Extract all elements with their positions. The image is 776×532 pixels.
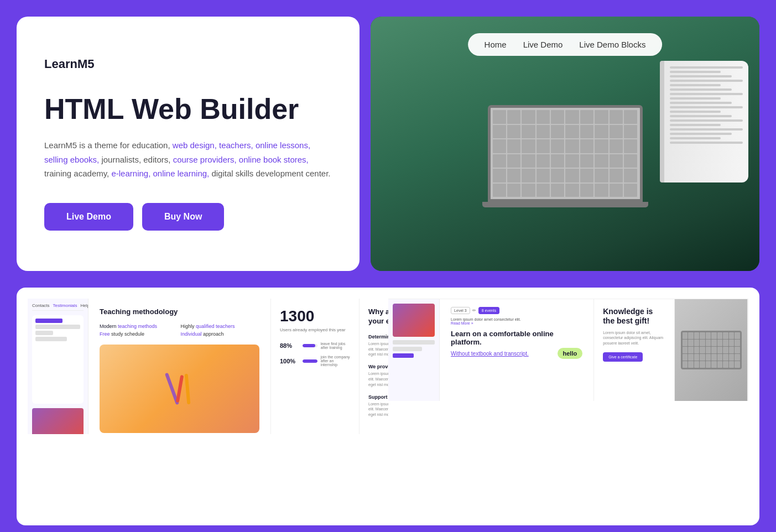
teaching-item-2: Highly qualified teachers [181,324,260,329]
hero-right-card: Home Live Demo Live Demo Blocks [371,17,759,271]
nav-overlay: Home Live Demo Live Demo Blocks [468,33,663,56]
laptop-visual [471,105,659,227]
hero-description: LearnM5 is a theme for education, web de… [44,138,332,181]
book-visual [660,61,748,182]
stat-desc-2: join the company after an internship [321,355,350,367]
logo: LearnM5 [44,57,332,71]
read-more-link[interactable]: Read More » [451,321,473,325]
demo-strip: Contacts Testimonials Help Teaching meth… [17,288,759,525]
block-app-ui: Contacts Testimonials Help [28,299,88,434]
why-item-title-3: Support at the start of a career [368,394,388,400]
lower-online-block: Level 3 ✏ 8 events Lorem ipsum dolor ame… [440,299,594,401]
laptop-screen [488,105,643,202]
stat-pct-1: 88% [280,342,299,349]
block-stats: 1300 Users already employed this year 88… [271,299,360,434]
no-textbook-text: Without textbook and transcript. [451,351,529,357]
stat-subtitle: Users already employed this year [280,327,350,333]
level-badge: Level 3 [451,307,470,314]
teaching-grid: Modern teaching methods Highly qualified… [100,324,259,337]
app-nav-help[interactable]: Help [81,303,88,308]
lower-knowledge-block: Knowledge is the best gift! Lorem ipsum … [594,299,675,401]
hero-buttons: Live Demo Buy Now [44,203,332,231]
teaching-title: Teaching methodology [100,307,259,316]
stat-number: 1300 [280,307,350,325]
level-info: Level 3 ✏ 8 events Lorem ipsum dolor ame… [451,307,520,325]
knowledge-text: Lorem ipsum dolor sit amet, consectetur … [603,330,665,346]
laptop-base [482,202,648,207]
block-teaching: Teaching methodology Modern teaching met… [88,299,271,434]
nav-item-live-demo[interactable]: Live Demo [523,40,563,49]
app-content [32,315,84,404]
marker-shape [175,375,184,403]
preview-lower-row: Level 3 ✏ 8 events Lorem ipsum dolor ame… [388,299,749,401]
why-item-1: Determine the needs of the market Lorem … [368,334,388,357]
online-platform-text: Learn on a comfortable online platform. [451,330,582,346]
hero-left-card: LearnM5 HTML Web Builder LearnM5 is a th… [17,17,360,271]
live-demo-button[interactable]: Live Demo [44,203,133,231]
why-item-title-1: Determine the needs of the market [368,334,388,340]
hello-badge: hello [558,348,583,359]
stat-pct-2: 100% [280,358,299,364]
lower-app-thumb [393,304,435,337]
why-item-2: We provide quality knowledge Lorem ipsum… [368,364,388,387]
why-item-text-3: Lorem ipsum dolor sit amet, consectetur … [368,401,388,418]
lower-events-block [748,299,748,401]
nav-item-live-demo-blocks[interactable]: Live Demo Blocks [579,40,645,49]
laptop-keyboard [681,331,742,369]
stat-row-1: 88% leave find jobs after training [280,342,350,350]
why-item-title-2: We provide quality knowledge [368,364,388,369]
events-badge: 8 events [478,307,499,314]
highlighter-shape [184,373,190,404]
give-certificate-button[interactable]: Give a certificate [603,352,643,362]
level-text: Lorem ipsum dolor amet consectetur elit. [451,317,520,321]
hero-title: HTML Web Builder [44,93,332,125]
why-item-3: Support at the start of a career Lorem i… [368,394,388,418]
app-thumbnail [32,408,84,434]
why-item-text-1: Lorem ipsum dolor sit amet, consectetur … [368,341,388,357]
teaching-item-3: Free study schedule [100,331,179,337]
app-nav-testimonials[interactable]: Testimonials [53,303,77,308]
stat-desc-1: leave find jobs after training [321,342,350,350]
app-nav-contacts[interactable]: Contacts [32,303,50,308]
preview-upper-row: Contacts Testimonials Help Teaching meth… [28,299,388,434]
teaching-item-4: Individual approach [181,331,260,337]
lower-app-block [388,299,440,401]
edit-icon: ✏ [472,308,476,313]
bottom-section: Contacts Testimonials Help Teaching meth… [0,288,776,532]
knowledge-title: Knowledge is the best gift! [603,307,665,326]
block-why: Why are we confident in your employment?… [360,299,388,434]
teaching-item-1: Modern teaching methods [100,324,179,329]
why-title: Why are we confident in your employment? [368,307,388,326]
hero-image: Home Live Demo Live Demo Blocks [371,17,759,271]
stat-row-2: 100% join the company after an internshi… [280,355,350,367]
nav-item-home[interactable]: Home [485,40,507,49]
why-item-text-2: Lorem ipsum dolor sit amet, consectetur … [368,371,388,387]
buy-now-button[interactable]: Buy Now [142,203,224,231]
teaching-image [100,345,259,433]
top-section: LearnM5 HTML Web Builder LearnM5 is a th… [0,0,776,288]
app-nav: Contacts Testimonials Help [32,303,84,311]
lower-laptop-block [675,299,748,401]
